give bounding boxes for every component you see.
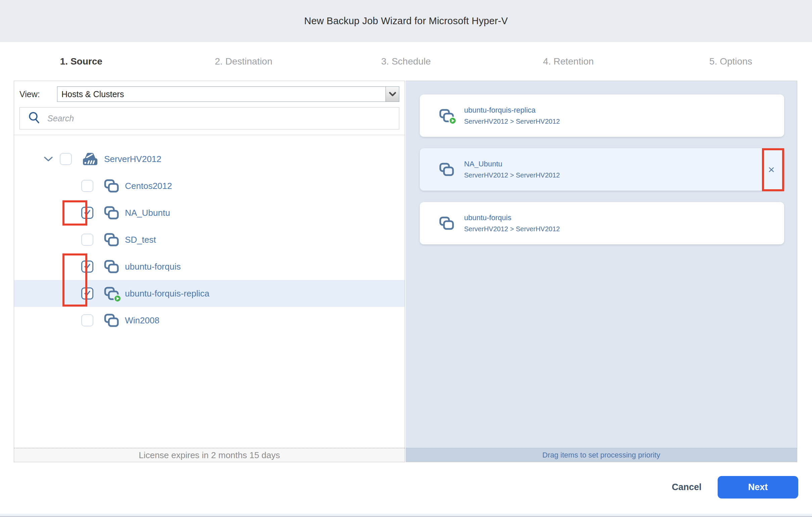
selected-items-panel: ubuntu-forquis-replica ServerHV2012 > Se… (406, 81, 797, 462)
selected-vm-card-ubuntu-forquis-replica[interactable]: ubuntu-forquis-replica ServerHV2012 > Se… (420, 94, 784, 137)
search-input[interactable] (47, 108, 399, 129)
cancel-button[interactable]: Cancel (672, 482, 701, 492)
vm-icon (104, 206, 119, 219)
card-path: ServerHV2012 > ServerHV2012 (464, 171, 560, 179)
checkbox-na-ubuntu[interactable] (81, 207, 93, 219)
selected-vm-card-na-ubuntu[interactable]: NA_Ubuntu ServerHV2012 > ServerHV2012 × (420, 148, 784, 191)
host-server-icon (82, 152, 98, 166)
tree-label-vm[interactable]: ubuntu-forquis (125, 262, 181, 272)
tree-label-vm[interactable]: NA_Ubuntu (125, 208, 170, 218)
running-state-icon (448, 117, 457, 125)
running-state-icon (114, 295, 122, 302)
checkbox-centos2012[interactable] (81, 180, 93, 192)
selected-vm-list: ubuntu-forquis-replica ServerHV2012 > Se… (406, 81, 797, 256)
vm-tree: ServerHV2012 Centos2012 (14, 135, 405, 334)
vm-icon (104, 233, 119, 246)
tree-row-vm[interactable]: ubuntu-forquis (14, 253, 405, 280)
view-label: View: (20, 89, 57, 99)
view-dropdown[interactable]: Hosts & Clusters (57, 86, 399, 102)
dropdown-arrow-button[interactable] (385, 87, 399, 102)
vm-icon (104, 260, 119, 273)
selected-vm-card-ubuntu-forquis[interactable]: ubuntu-forquis ServerHV2012 > ServerHV20… (420, 202, 784, 244)
page-title: New Backup Job Wizard for Microsoft Hype… (304, 16, 508, 27)
vm-icon (439, 216, 454, 230)
source-tree-panel: View: Hosts & Clusters (14, 81, 405, 462)
expand-chevron-icon[interactable] (44, 156, 53, 162)
checkbox-win2008[interactable] (81, 314, 93, 326)
tab-schedule[interactable]: 3. Schedule (325, 42, 487, 81)
vm-replica-icon (439, 109, 454, 123)
tree-label-vm[interactable]: SD_test (125, 235, 156, 245)
card-path: ServerHV2012 > ServerHV2012 (464, 118, 560, 126)
tab-destination[interactable]: 2. Destination (163, 42, 325, 81)
checkbox-sd-test[interactable] (81, 234, 93, 246)
remove-item-icon[interactable]: × (763, 153, 779, 186)
card-title: NA_Ubuntu (464, 160, 560, 168)
vm-icon (439, 163, 454, 176)
wizard-header: New Backup Job Wizard for Microsoft Hype… (0, 0, 812, 42)
card-path: ServerHV2012 > ServerHV2012 (464, 225, 560, 233)
search-icon (28, 111, 40, 126)
tree-row-vm[interactable]: Win2008 (14, 307, 405, 334)
tree-row-vm-selected[interactable]: ubuntu-forquis-replica (14, 280, 405, 307)
card-title: ubuntu-forquis-replica (464, 106, 560, 115)
next-button[interactable]: Next (718, 476, 798, 498)
checkbox-serverhv2012[interactable] (60, 153, 72, 165)
tree-label-vm[interactable]: ubuntu-forquis-replica (125, 289, 209, 299)
license-status-bar: License expires in 2 months 15 days (14, 448, 405, 462)
view-dropdown-value: Hosts & Clusters (57, 87, 385, 102)
view-row: View: Hosts & Clusters (14, 81, 405, 102)
tree-row-host[interactable]: ServerHV2012 (14, 145, 405, 172)
tab-retention[interactable]: 4. Retention (487, 42, 650, 81)
search-box (20, 107, 399, 129)
wizard-actions: Cancel Next (672, 476, 798, 498)
tree-label-host[interactable]: ServerHV2012 (104, 154, 162, 164)
chevron-down-icon (389, 92, 396, 97)
vm-icon (104, 179, 119, 193)
wizard-steps: 1. Source 2. Destination 3. Schedule 4. … (0, 42, 812, 81)
card-title: ubuntu-forquis (464, 214, 560, 222)
window-bottom-edge (0, 514, 812, 517)
checkbox-ubuntu-forquis-replica[interactable] (81, 288, 93, 300)
tree-row-vm[interactable]: SD_test (14, 226, 405, 253)
tree-row-vm[interactable]: NA_Ubuntu (14, 199, 405, 226)
drag-hint-bar: Drag items to set processing priority (406, 448, 797, 462)
tree-label-vm[interactable]: Centos2012 (125, 181, 172, 191)
tab-source[interactable]: 1. Source (0, 42, 163, 81)
tree-label-vm[interactable]: Win2008 (125, 315, 160, 326)
checkbox-ubuntu-forquis[interactable] (81, 261, 93, 273)
vm-icon (104, 314, 119, 327)
tree-row-vm[interactable]: Centos2012 (14, 172, 405, 199)
tab-options[interactable]: 5. Options (649, 42, 812, 81)
vm-replica-icon (104, 287, 119, 300)
